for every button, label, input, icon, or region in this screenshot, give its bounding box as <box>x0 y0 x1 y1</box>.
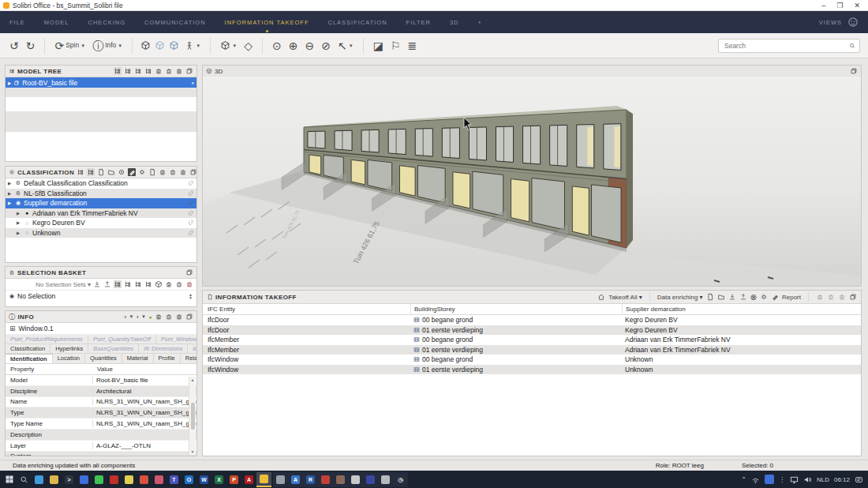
zoom-in-button[interactable]: ⊕ <box>287 40 300 51</box>
start-button[interactable] <box>2 472 17 487</box>
property-row[interactable]: Name NLRS_31_WIN_UN_raam_SH_genv... <box>6 397 196 408</box>
info-tab[interactable]: ILS <box>188 344 197 353</box>
basket-add-icon[interactable] <box>159 168 166 176</box>
import-icon[interactable] <box>728 293 736 301</box>
info-tab[interactable]: Hyperlinks <box>51 344 88 353</box>
basket-remove-icon[interactable] <box>165 67 173 75</box>
zoom-window-button[interactable]: ⊘ <box>320 40 332 51</box>
column-header-storey[interactable]: BuildingStorey <box>410 304 622 314</box>
taskbar-app6-icon[interactable] <box>378 472 393 487</box>
taskbar-outlook-icon[interactable]: O <box>181 472 196 487</box>
panel-restore-icon[interactable] <box>189 168 197 176</box>
info-tab[interactable]: Quantities <box>85 354 122 363</box>
info-tab[interactable]: Material <box>122 354 154 363</box>
info-tab[interactable]: Location <box>53 354 85 363</box>
basket-remove-icon[interactable] <box>827 293 835 301</box>
takeoff-row[interactable]: IfcWindow 00 begane grond Unknown <box>203 355 861 365</box>
map-marker-button[interactable]: ⚐ <box>389 40 402 51</box>
autoclassify-icon[interactable] <box>118 168 125 176</box>
views-menu[interactable]: VIEWS <box>819 19 842 26</box>
export-icon[interactable] <box>739 293 747 301</box>
menu-item[interactable]: FILTER <box>406 19 431 26</box>
taskbar-autocad-icon[interactable]: A <box>288 472 303 487</box>
taskbar-powerpoint-icon[interactable]: P <box>226 472 241 487</box>
property-row[interactable]: Layer A-GLAZ-___-OTLN <box>6 441 196 452</box>
info-tab[interactable]: Pset_ProductRequirements <box>6 335 88 343</box>
basket-set-icon[interactable] <box>175 313 183 321</box>
export-up-icon[interactable] <box>103 280 111 288</box>
tree-view4-icon[interactable] <box>144 67 152 75</box>
panel-restore-icon[interactable] <box>185 268 193 276</box>
basket-set-icon[interactable] <box>838 293 846 301</box>
open-definition-icon[interactable] <box>717 293 725 301</box>
takeoff-row[interactable]: IfcDoor 00 begane grond Kegro Deuren BV <box>203 315 861 325</box>
property-scrollbar[interactable]: ▲▼ <box>189 377 196 455</box>
minimize-button[interactable]: – <box>821 2 825 9</box>
taskbar-settings-icon[interactable] <box>152 472 166 487</box>
panel-restore-icon[interactable] <box>849 293 857 301</box>
takeoff-row[interactable]: IfcMember 01 eerste verdieping Adriaan v… <box>203 345 861 355</box>
viewport-3d-canvas[interactable]: Tuin 426 61,75 Tuin 426 61,75 <box>203 77 861 286</box>
new-definition-icon[interactable] <box>706 293 714 301</box>
menu-item[interactable]: MODEL <box>44 19 69 26</box>
classification-report-icon[interactable] <box>148 168 156 176</box>
info-tab[interactable]: BaseQuantities <box>88 344 139 353</box>
taskbar-notes-icon[interactable] <box>122 472 137 487</box>
column-header-supplier[interactable]: Supplier demarcation <box>622 304 861 314</box>
selection-sets-dropdown[interactable]: No Selection Sets ▾ <box>36 281 91 288</box>
basket-remove-icon[interactable] <box>169 168 177 176</box>
tree-view3-icon[interactable] <box>134 67 142 75</box>
selection-row[interactable]: ◉ No Selection ▲▼ <box>6 291 196 301</box>
zoom-select-button[interactable]: ⊙ <box>271 40 283 51</box>
taskbar-revit-icon[interactable]: R <box>303 472 318 487</box>
panel-restore-icon[interactable] <box>185 313 193 321</box>
taskbar-whatsapp-icon[interactable] <box>92 472 107 487</box>
property-row[interactable]: Type NLRS_31_WIN_UN_raam_SH_genv... <box>6 407 196 419</box>
section-plane-button[interactable]: ◪ <box>372 40 385 51</box>
show-components-icon[interactable] <box>140 40 151 51</box>
taskbar-solibri-icon[interactable] <box>256 472 271 487</box>
basket-remove-icon[interactable] <box>165 313 173 321</box>
tray-clock[interactable]: 06:12 <box>834 476 850 483</box>
basket-set-icon[interactable] <box>179 168 187 176</box>
basket-clear-icon[interactable] <box>185 280 193 288</box>
tree-view3-icon[interactable] <box>134 280 142 288</box>
property-row[interactable]: System <box>6 452 196 456</box>
menu-item[interactable]: FILE <box>9 19 25 26</box>
new-classification-icon[interactable] <box>97 168 105 176</box>
info-tab[interactable]: Profile <box>154 354 181 363</box>
select-tool-button[interactable]: ↖ ▼ <box>336 40 355 51</box>
taskbar-clock-icon[interactable]: ◷ <box>393 472 408 487</box>
tree-view4-icon[interactable] <box>144 280 152 288</box>
property-row[interactable]: Model Root-BV_basic file <box>6 375 196 386</box>
perspective-button[interactable]: ◇ <box>242 40 254 51</box>
menu-item[interactable]: CLASSIFICATION <box>327 19 387 26</box>
basket-add-icon[interactable] <box>816 293 824 301</box>
taskbar-excel-icon[interactable]: X <box>211 472 226 487</box>
basket-set-icon[interactable] <box>175 67 183 75</box>
taskbar-word-icon[interactable]: W <box>196 472 211 487</box>
tray-app-icon[interactable] <box>765 475 774 484</box>
tree-view1-icon[interactable] <box>77 168 84 176</box>
maximize-button[interactable]: ❐ <box>836 2 843 9</box>
export-down-icon[interactable] <box>93 280 101 288</box>
info-button[interactable]: ⓘ Info ▼ <box>91 40 124 51</box>
takeoff-settings-icon[interactable] <box>760 293 768 301</box>
view-preset-button[interactable]: ▼ <box>219 40 238 51</box>
basket-remove-icon[interactable] <box>175 280 183 288</box>
taskbar-teams-icon[interactable]: T <box>166 472 181 487</box>
notification-center-icon[interactable] <box>855 475 863 484</box>
taskbar-app1-icon[interactable] <box>273 472 288 487</box>
info-tab[interactable]: Pset_WindowCommon <box>156 335 197 343</box>
property-row[interactable]: Discipline Architectural <box>6 386 196 397</box>
panel-restore-icon[interactable] <box>850 67 858 75</box>
panel-restore-icon[interactable] <box>185 67 193 75</box>
open-classification-icon[interactable] <box>107 168 115 176</box>
taskbar-terminal-icon[interactable]: > <box>62 472 77 487</box>
tray-chevron-icon[interactable]: ⌃ <box>741 476 746 483</box>
classification-row[interactable]: ▶ ○ Unknown <box>6 228 196 238</box>
info-tab[interactable]: Relations <box>181 354 197 363</box>
classification-row[interactable]: ▶ ⚙ Default Classification Classificatio… <box>6 178 196 189</box>
menu-item[interactable]: CHECKING <box>88 19 126 26</box>
data-enriching-dropdown[interactable]: Data enriching ▾ <box>657 294 703 301</box>
